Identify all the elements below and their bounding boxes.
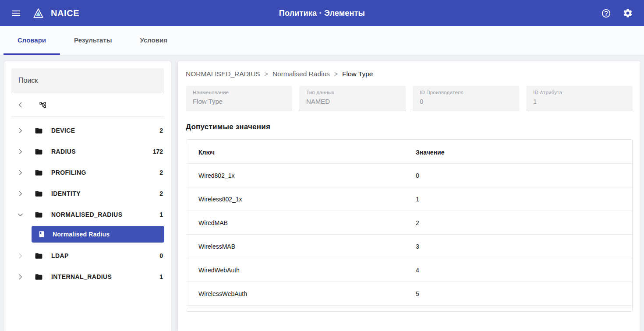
- readonly-field-id-производителя: ID Производителя0: [413, 86, 519, 110]
- breadcrumb-separator: >: [334, 70, 338, 77]
- field-label: Тип данных: [306, 90, 399, 95]
- field-label: ID Производителя: [420, 90, 512, 95]
- table-row: WiredWebAuth4: [186, 258, 632, 282]
- sidebar-card: DEVICE2RADIUS172PROFILING2IDENTITY2NORMA…: [4, 61, 171, 331]
- table-cell-value: 5: [416, 282, 632, 305]
- tree-item-count: 0: [159, 252, 163, 259]
- folder-icon: [35, 169, 43, 177]
- tree-item-normalised-radius[interactable]: NORMALISED_RADIUS1: [4, 204, 171, 225]
- table-cell-key: WiredMAB: [186, 211, 416, 234]
- tree-item-count: 172: [153, 148, 163, 155]
- tree-item-count: 1: [159, 273, 163, 280]
- field-value: 0: [420, 98, 512, 105]
- app-bar: NAICE Политика · Элементы: [0, 0, 644, 26]
- breadcrumb: NORMALISED_RADIUS>Normalised Radius>Flow…: [186, 70, 633, 78]
- breadcrumb-separator: >: [265, 70, 268, 77]
- attribute-fields: НаименованиеFlow TypeТип данныхNAMEDID П…: [186, 86, 633, 110]
- folder-icon: [35, 148, 43, 156]
- tree-item-label: RADIUS: [51, 148, 76, 155]
- app-bar-right: [598, 5, 636, 21]
- tree-item-count: 2: [159, 169, 163, 176]
- collapse-panel-button[interactable]: [17, 101, 24, 109]
- table-row: WirelessMAB3: [186, 235, 632, 258]
- help-icon: [601, 8, 611, 18]
- tree-item-device[interactable]: DEVICE2: [4, 120, 171, 141]
- tab-bar: СловариРезультатыУсловия: [0, 26, 644, 55]
- chevron-right-icon[interactable]: [17, 127, 24, 134]
- tree-item-label: INTERNAL_RADIUS: [51, 273, 112, 280]
- search-input[interactable]: [11, 68, 164, 93]
- tree-item-ldap[interactable]: LDAP0: [4, 245, 171, 266]
- gear-icon: [623, 8, 633, 18]
- table-header-row: КлючЗначение: [186, 140, 632, 164]
- table-cell-key: WirelessMAB: [186, 235, 416, 258]
- tab-results[interactable]: Результаты: [60, 26, 126, 55]
- tree-item-count: 1: [159, 211, 163, 218]
- table-header-cell: Ключ: [186, 140, 416, 163]
- breadcrumb-item-normalised-radius[interactable]: NORMALISED_RADIUS: [186, 70, 260, 78]
- field-value: NAMED: [306, 98, 399, 105]
- folder-icon: [35, 127, 43, 135]
- breadcrumb-item-flow-type: Flow Type: [342, 70, 373, 78]
- page-title: Политика · Элементы: [279, 9, 365, 18]
- tree-item-count: 2: [159, 127, 163, 134]
- tree-view-button[interactable]: [39, 101, 46, 109]
- chevron-right-icon[interactable]: [17, 252, 24, 260]
- settings-button[interactable]: [619, 5, 636, 21]
- menu-button[interactable]: [8, 5, 25, 21]
- tree-item-profiling[interactable]: PROFILING2: [4, 162, 171, 183]
- table-row: Wireless802_1x1: [186, 187, 632, 211]
- folder-icon: [35, 273, 43, 281]
- table-row: Wired802_1x0: [186, 164, 632, 187]
- folder-icon: [35, 252, 43, 260]
- tree-item-label: PROFILING: [51, 169, 86, 176]
- readonly-field-наименование: НаименованиеFlow Type: [186, 86, 292, 110]
- tree-item-internal-radius[interactable]: INTERNAL_RADIUS1: [4, 266, 171, 287]
- tree-item-label: DEVICE: [51, 127, 75, 134]
- table-cell-key: Wireless802_1x: [186, 187, 416, 211]
- field-label: Наименование: [193, 90, 285, 95]
- table-cell-value: 3: [416, 235, 632, 258]
- help-button[interactable]: [598, 5, 614, 21]
- tab-dictionaries[interactable]: Словари: [4, 26, 60, 55]
- folder-icon: [35, 211, 43, 219]
- field-label: ID Атрибута: [533, 90, 626, 95]
- table-cell-value: 4: [416, 258, 632, 282]
- readonly-field-id-атрибута: ID Атрибута1: [526, 86, 633, 110]
- account-tree-icon: [39, 101, 46, 109]
- breadcrumb-item-normalised-radius[interactable]: Normalised Radius: [272, 70, 330, 78]
- table-cell-value: 1: [416, 187, 632, 211]
- tree-item-count: 2: [159, 190, 163, 197]
- tree-item-label: NORMALISED_RADIUS: [51, 211, 122, 218]
- chevron-right-icon[interactable]: [17, 169, 24, 176]
- app-bar-left: NAICE: [8, 5, 79, 21]
- folder-icon: [35, 190, 43, 198]
- section-title: Допустимые значения: [186, 123, 633, 131]
- tree-item-radius[interactable]: RADIUS172: [4, 141, 171, 162]
- tree-child-label: Normalised Radius: [53, 231, 110, 238]
- table-cell-key: WiredWebAuth: [186, 258, 416, 282]
- table-cell-value: 2: [416, 211, 632, 234]
- table-cell-key: Wired802_1x: [186, 164, 416, 187]
- table-row: WiredMAB2: [186, 211, 632, 235]
- hamburger-icon: [11, 8, 21, 18]
- tree: DEVICE2RADIUS172PROFILING2IDENTITY2NORMA…: [4, 116, 171, 287]
- tree-item-normalised-radius[interactable]: Normalised Radius: [32, 226, 164, 243]
- document-icon: [38, 231, 45, 238]
- tree-item-identity[interactable]: IDENTITY2: [4, 183, 171, 204]
- content-card: NORMALISED_RADIUS>Normalised Radius>Flow…: [178, 61, 640, 331]
- chevron-right-icon[interactable]: [17, 273, 24, 281]
- table-header-cell: Значение: [416, 140, 632, 163]
- chevron-right-icon[interactable]: [17, 190, 24, 197]
- field-value: 1: [533, 98, 626, 105]
- table-row: WirelessWebAuth5: [186, 282, 632, 306]
- tree-item-label: LDAP: [51, 252, 69, 259]
- tab-conditions[interactable]: Условия: [126, 26, 181, 55]
- chevron-right-icon[interactable]: [17, 148, 24, 155]
- field-value: Flow Type: [193, 98, 285, 105]
- naice-logo: [31, 6, 46, 21]
- chevron-down-icon[interactable]: [17, 211, 24, 218]
- readonly-field-тип-данных: Тип данныхNAMED: [299, 86, 406, 110]
- chevron-left-icon: [17, 101, 24, 109]
- table-cell-value: 0: [416, 164, 632, 187]
